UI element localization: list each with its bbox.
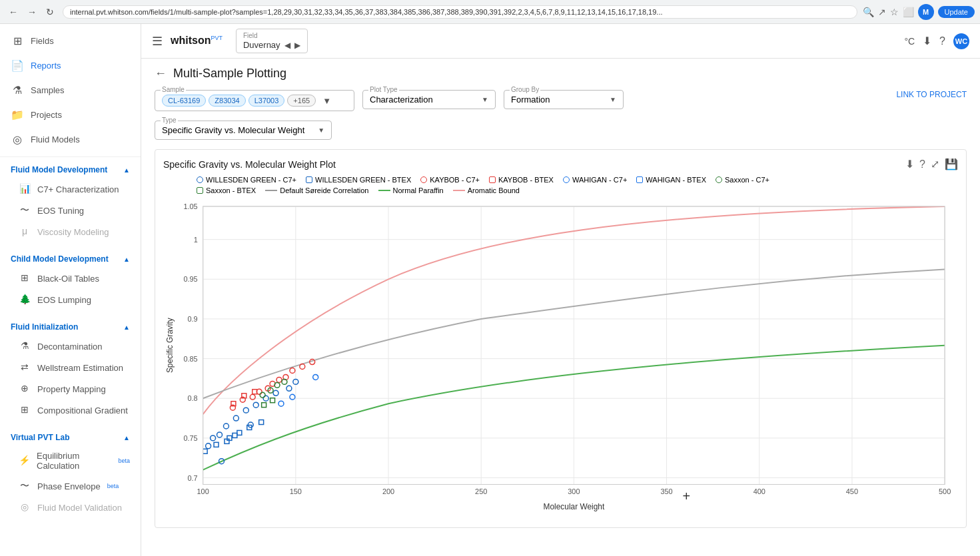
sidebar-label-property-mapping: Property Mapping xyxy=(37,384,106,394)
browser-bar: ← → ↻ internal.pvt.whitson.com/fields/1/… xyxy=(0,0,980,24)
legend-row2: Saxxon - BTEX Default Søreide Correlatio… xyxy=(163,186,958,194)
legend-marker-sax-c7 xyxy=(716,176,722,183)
sample-field[interactable]: Sample CL-63169 Z83034 L37003 +165 ▼ xyxy=(155,90,354,111)
field-next-btn[interactable]: ▶ xyxy=(294,41,300,50)
section-fluid-init: Fluid Initialization ▲ ⚗ Decontamination… xyxy=(0,314,141,425)
plot-type-label: Plot Type xyxy=(368,86,399,93)
comp-gradient-icon: ⊞ xyxy=(19,404,31,416)
group-by-arrow: ▼ xyxy=(610,96,616,103)
section-label-virtual-pvt: Virtual PVT Lab xyxy=(11,433,69,442)
sidebar-item-fluid-models[interactable]: ◎ Fluid Models xyxy=(0,128,141,151)
back-button[interactable]: ← xyxy=(155,67,167,81)
sidebar-item-eos-tuning[interactable]: 〜 EOS Tuning xyxy=(0,200,141,221)
section-label-fluid-model-dev: Fluid Model Development xyxy=(11,165,107,174)
user-avatar-main[interactable]: WC xyxy=(953,33,969,49)
sidebar-item-wellstream[interactable]: ⇄ Wellstream Estimation xyxy=(0,357,141,378)
sidebar-label-black-oil: Black-Oil Tables xyxy=(37,274,99,284)
download-plot-btn[interactable]: ⬇ xyxy=(905,158,914,170)
help-icon[interactable]: ? xyxy=(939,35,945,47)
legend-marker-wah-c7 xyxy=(563,176,570,183)
chart-wrapper[interactable]: 0.7 0.75 0.8 0.85 0.9 0.95 1 1.05 100 15… xyxy=(163,200,958,519)
sidebar-item-property-mapping[interactable]: ⊕ Property Mapping xyxy=(0,378,141,400)
legend-marker-wah-btex xyxy=(636,176,643,183)
legend-label-aromatic: Aromatic Bound xyxy=(468,186,520,194)
svg-text:350: 350 xyxy=(660,487,672,495)
reports-icon: 📄 xyxy=(11,59,24,72)
sidebar-item-decontamination[interactable]: ⚗ Decontamination xyxy=(0,336,141,357)
celsius-icon[interactable]: °C xyxy=(904,36,915,47)
sidebar-item-projects[interactable]: 📁 Projects xyxy=(0,103,141,127)
fluid-validation-icon: ◎ xyxy=(19,501,31,513)
sidebar-label-eos-tuning: EOS Tuning xyxy=(37,206,84,216)
sidebar-label-phase-envelope: Phase Envelope xyxy=(37,481,101,491)
chart-svg[interactable]: 0.7 0.75 0.8 0.85 0.9 0.95 1 1.05 100 15… xyxy=(163,200,958,517)
extensions-icon[interactable]: ⬜ xyxy=(903,7,914,17)
address-bar[interactable]: internal.pvt.whitson.com/fields/1/multi-… xyxy=(63,5,857,19)
sidebar-item-comp-gradient[interactable]: ⊞ Compositional Gradient xyxy=(0,400,141,421)
help-plot-btn[interactable]: ? xyxy=(919,158,925,170)
section-header-child-model-dev[interactable]: Child Model Development ▲ xyxy=(0,250,141,268)
field-prev-btn[interactable]: ◀ xyxy=(284,41,290,50)
download-icon[interactable]: ⬇ xyxy=(923,35,931,47)
chip-1[interactable]: CL-63169 xyxy=(162,95,206,107)
legend-line-paraffin xyxy=(378,190,390,191)
section-header-fluid-model-dev[interactable]: Fluid Model Development ▲ xyxy=(0,161,141,178)
sidebar-item-fields[interactable]: ⊞ Fields xyxy=(0,29,141,53)
search-icon[interactable]: 🔍 xyxy=(863,7,874,17)
legend-saxxon-btex: Saxxon - BTEX xyxy=(197,186,256,194)
sidebar-item-samples[interactable]: ⚗ Samples xyxy=(0,79,141,102)
bookmark-icon[interactable]: ☆ xyxy=(890,7,899,17)
type-row: Type Specific Gravity vs. Molecular Weig… xyxy=(155,121,967,140)
sidebar-item-reports[interactable]: 📄 Reports xyxy=(0,54,141,77)
svg-text:400: 400 xyxy=(753,487,765,495)
page-content: ← Multi-Sample Plotting Sample CL-63169 … xyxy=(141,59,980,556)
share-icon[interactable]: ↗ xyxy=(878,7,886,17)
sidebar-item-eos-lumping[interactable]: 🌲 EOS Lumping xyxy=(0,289,141,310)
expand-plot-btn[interactable]: ⤢ xyxy=(931,158,939,170)
legend-kaybob-btex: KAYBOB - BTEX xyxy=(489,176,554,184)
svg-text:0.9: 0.9 xyxy=(188,315,198,323)
sidebar-label-fields: Fields xyxy=(31,36,54,46)
sidebar: ⊞ Fields 📄 Reports ⚗ Samples 📁 Projects … xyxy=(0,24,141,556)
viscosity-icon: μ xyxy=(19,226,31,238)
update-button[interactable]: Update xyxy=(938,6,975,18)
legend-aromatic-bound: Aromatic Bound xyxy=(453,186,520,194)
top-bar: ☰ whitsonPVT Field Duvernay ◀ ▶ °C ⬇ ? W… xyxy=(141,24,980,59)
svg-text:0.8: 0.8 xyxy=(188,394,198,402)
group-by-field[interactable]: Group By Formation ▼ xyxy=(504,90,624,109)
legend-line-aromatic xyxy=(453,190,465,191)
sidebar-label-reports: Reports xyxy=(31,61,61,71)
sidebar-item-black-oil[interactable]: ⊞ Black-Oil Tables xyxy=(0,268,141,289)
sidebar-item-phase-envelope[interactable]: 〜 Phase Envelope beta xyxy=(0,475,141,497)
save-plot-btn[interactable]: 💾 xyxy=(945,158,958,170)
svg-text:300: 300 xyxy=(568,487,580,495)
sidebar-label-wellstream: Wellstream Estimation xyxy=(37,363,123,373)
svg-text:1.05: 1.05 xyxy=(183,202,197,210)
chip-extra[interactable]: +165 xyxy=(287,95,316,107)
forward-nav-btn[interactable]: → xyxy=(24,5,40,19)
legend-marker-sax-btex xyxy=(197,187,203,194)
plot-type-value: Characterization xyxy=(370,95,433,105)
reload-btn[interactable]: ↻ xyxy=(43,5,57,19)
back-nav-btn[interactable]: ← xyxy=(5,5,21,19)
user-avatar[interactable]: M xyxy=(918,4,934,20)
sample-dropdown-arrow[interactable]: ▼ xyxy=(322,96,331,106)
field-selector[interactable]: Field Duvernay ◀ ▶ xyxy=(236,29,308,53)
sidebar-item-viscosity-modeling: μ Viscosity Modeling xyxy=(0,221,141,242)
legend-soreide: Default Søreide Correlation xyxy=(265,186,368,194)
section-header-fluid-init[interactable]: Fluid Initialization ▲ xyxy=(0,318,141,336)
sidebar-item-equilibrium[interactable]: ⚡ Equilibrium Calculation beta xyxy=(0,446,141,475)
section-header-virtual-pvt[interactable]: Virtual PVT Lab ▲ xyxy=(0,429,141,446)
sample-chips: CL-63169 Z83034 L37003 +165 xyxy=(162,95,316,107)
wellstream-icon: ⇄ xyxy=(19,362,31,374)
chip-2[interactable]: Z83034 xyxy=(209,95,245,107)
sidebar-label-c7plus: C7+ Characterization xyxy=(37,184,119,194)
link-to-project[interactable]: LINK TO PROJECT xyxy=(896,90,967,99)
browser-nav[interactable]: ← → ↻ xyxy=(5,5,57,19)
sidebar-item-c7plus[interactable]: 📊 C7+ Characterization xyxy=(0,178,141,200)
hamburger-menu[interactable]: ☰ xyxy=(152,34,163,49)
legend-marker-kb-btex xyxy=(489,176,496,183)
plot-type-field[interactable]: Plot Type Characterization ▼ xyxy=(362,90,496,109)
type-field[interactable]: Type Specific Gravity vs. Molecular Weig… xyxy=(155,121,332,140)
chip-3[interactable]: L37003 xyxy=(248,95,285,107)
